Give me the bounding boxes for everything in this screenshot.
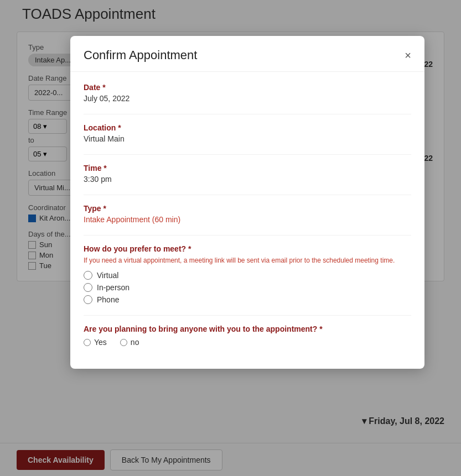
modal-close-button[interactable]: ×	[405, 50, 411, 61]
meet-option-phone: Phone	[84, 295, 411, 304]
type-field-label: Type *	[84, 204, 411, 213]
time-field-label: Time *	[84, 164, 411, 172]
date-field-value: July 05, 2022	[84, 94, 411, 103]
meet-description: If you need a virtual appointment, a mee…	[84, 255, 411, 265]
date-field-label: Date *	[84, 83, 411, 92]
bring-radio-yes[interactable]	[84, 339, 91, 346]
divider-4	[84, 235, 411, 236]
bring-option-yes: Yes	[84, 338, 107, 347]
meet-option-virtual: Virtual	[84, 271, 411, 280]
bring-options-row: Yes no	[84, 338, 411, 347]
location-field-label: Location *	[84, 123, 411, 132]
time-field-value: 3:30 pm	[84, 175, 411, 184]
location-field-value: Virtual Main	[84, 134, 411, 143]
divider-5	[84, 315, 411, 316]
modal-body: Date * July 05, 2022 Location * Virtual …	[70, 72, 424, 369]
meet-radio-inperson[interactable]	[84, 283, 92, 292]
bring-question-label: Are you planning to bring anyone with yo…	[84, 325, 411, 333]
meet-option-inperson: In-person	[84, 283, 411, 292]
date-section: Date * July 05, 2022	[84, 83, 411, 103]
type-field-value: Intake Appointment (60 min)	[84, 215, 411, 224]
time-section: Time * 3:30 pm	[84, 164, 411, 184]
meet-radio-virtual[interactable]	[84, 271, 92, 280]
meet-field-label: How do you prefer to meet? *	[84, 244, 411, 253]
divider-1	[84, 114, 411, 114]
meet-radio-phone[interactable]	[84, 295, 92, 304]
bring-radio-no[interactable]	[120, 339, 127, 346]
meet-section: How do you prefer to meet? * If you need…	[84, 244, 411, 304]
divider-3	[84, 195, 411, 195]
modal-header: Confirm Appointment ×	[70, 36, 424, 72]
bring-option-no: no	[120, 338, 139, 347]
location-section: Location * Virtual Main	[84, 123, 411, 143]
confirm-appointment-modal: Confirm Appointment × Date * July 05, 20…	[70, 36, 424, 369]
modal-title: Confirm Appointment	[84, 48, 197, 62]
bring-section: Are you planning to bring anyone with yo…	[84, 325, 411, 347]
divider-2	[84, 154, 411, 155]
type-section: Type * Intake Appointment (60 min)	[84, 204, 411, 224]
